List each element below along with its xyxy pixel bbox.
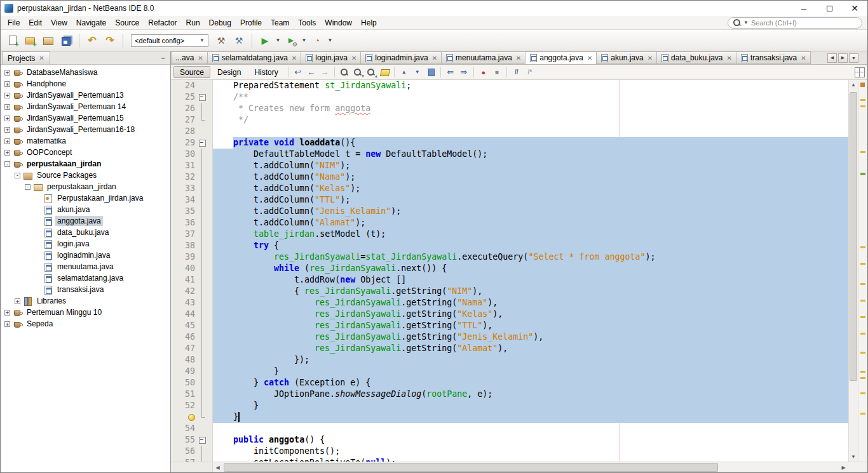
gutter-row[interactable]: 54 [171, 423, 212, 434]
tab-selamatdatang-java[interactable]: selamatdatang.java✕ [207, 51, 301, 64]
close-button[interactable]: ✕ [842, 1, 867, 16]
code-line-49[interactable]: } [213, 366, 848, 377]
new-file-button[interactable] [4, 32, 21, 49]
tree-item-transaksi-java[interactable]: transaksi.java [1, 284, 170, 295]
tree-item-pertemuan-minggu-10[interactable]: +Pertemuan Minggu 10 [1, 307, 170, 318]
line-number[interactable]: 34 [171, 194, 195, 206]
gutter-row[interactable]: 25 [171, 91, 212, 103]
error-stripe[interactable] [858, 80, 867, 462]
tree-item-jirdansyawali-pertemuan16-18[interactable]: +JirdanSyawali_Pertemuan16-18 [1, 124, 170, 135]
line-number[interactable]: 31 [171, 160, 195, 171]
close-tab-icon[interactable]: ✕ [727, 55, 732, 62]
gutter-row[interactable]: 45 [171, 320, 212, 331]
gutter-row[interactable]: 38 [171, 240, 212, 251]
gutter-row[interactable]: 31 [171, 160, 212, 171]
stripe-mark[interactable] [860, 105, 865, 107]
code-line-48[interactable]: }); [213, 354, 848, 366]
code-line-42[interactable]: { res_JirdanSyawali.getString("NIM"), [213, 286, 848, 297]
search-box[interactable]: ▼ Search (Ctrl+I) [728, 17, 862, 29]
menu-tools[interactable]: Tools [294, 17, 320, 29]
code-line-46[interactable]: res_JirdanSyawali.getString("Jenis_Kelam… [213, 331, 848, 343]
close-tab-icon[interactable]: ✕ [198, 55, 203, 62]
view-history-button[interactable]: History [248, 66, 284, 78]
code-line-37[interactable]: table_jirdan.setModel (t); [213, 229, 848, 240]
tree-item-selamatdatang-java[interactable]: selamatdatang.java [1, 272, 170, 284]
start-macro-button[interactable] [477, 66, 490, 79]
code-line-43[interactable]: res_JirdanSyawali.getString("Nama"), [213, 297, 848, 309]
code-line-34[interactable]: t.addColumn("TTL"); [213, 194, 848, 206]
tree-item-menuutama-java[interactable]: menuutama.java [1, 261, 170, 272]
line-number[interactable]: 39 [171, 251, 195, 263]
gutter-row[interactable]: 40 [171, 263, 212, 274]
gutter-row[interactable]: 41 [171, 274, 212, 286]
expand-handle-icon[interactable]: + [15, 298, 20, 304]
line-number[interactable]: 46 [171, 331, 195, 343]
scroll-right-icon[interactable]: ▶ [839, 462, 848, 472]
close-tab-icon[interactable]: ✕ [432, 55, 437, 62]
gutter-row[interactable]: 48 [171, 354, 212, 366]
tree-item-source-packages[interactable]: -Source Packages [1, 170, 170, 181]
previous-bookmark-button[interactable] [398, 66, 410, 79]
line-number[interactable]: 48 [171, 354, 195, 366]
stripe-mark[interactable] [860, 300, 865, 302]
code-line-24[interactable]: PreparedStatement st_JirdanSyawali; [213, 80, 848, 91]
tree-item-login-java[interactable]: login.java [1, 238, 170, 250]
line-number[interactable]: 25 [171, 91, 195, 103]
new-project-button[interactable] [22, 32, 39, 49]
menu-window[interactable]: Window [320, 17, 356, 29]
maximize-button[interactable] [817, 1, 842, 16]
expand-handle-icon[interactable]: + [4, 116, 10, 121]
code-line-28[interactable] [213, 126, 848, 137]
code-line-56[interactable]: initComponents(); [213, 446, 848, 457]
code-line-53[interactable]: } [213, 411, 848, 423]
gutter-row[interactable]: 57 [171, 457, 212, 462]
gutter-row[interactable]: 30 [171, 149, 212, 160]
expand-handle-icon[interactable]: + [4, 104, 10, 110]
stripe-mark[interactable] [860, 173, 865, 175]
next-bookmark-button[interactable] [411, 66, 424, 79]
gutter-row[interactable]: 51 [171, 389, 212, 400]
close-tab-icon[interactable]: ✕ [801, 55, 806, 62]
config-selector[interactable]: <default config>▼ [131, 34, 208, 47]
line-number[interactable]: 44 [171, 309, 195, 320]
shift-right-button[interactable] [458, 66, 470, 79]
tab-loginadmin-java[interactable]: loginadmin.java✕ [360, 51, 442, 64]
run-button[interactable] [257, 32, 273, 49]
code-line-41[interactable]: t.addRow(new Object [] [213, 274, 848, 286]
stripe-mark[interactable] [860, 413, 865, 415]
line-number[interactable]: 35 [171, 206, 195, 217]
expand-handle-icon[interactable]: + [4, 321, 10, 327]
tree-item-jirdansyawali-pertemuan13[interactable]: +JirdanSyawali_Pertemuan13 [1, 90, 170, 101]
tree-item-jirdansyawali-pertemuan-14[interactable]: +JirdanSyawali_Pertemuan 14 [1, 101, 170, 112]
code-line-33[interactable]: t.addColumn("Kelas"); [213, 183, 848, 194]
line-number[interactable]: 30 [171, 149, 195, 160]
horizontal-scroll-thumb[interactable] [224, 463, 718, 472]
menu-source[interactable]: Source [111, 17, 144, 29]
stripe-mark[interactable] [860, 283, 865, 285]
code-line-47[interactable]: res_JirdanSyawali.getString("Alamat"), [213, 343, 848, 354]
tree-item-anggota-java[interactable]: anggota.java [1, 215, 170, 227]
code-line-32[interactable]: t.addColumn("Nama"); [213, 171, 848, 183]
code-line-25[interactable]: /** [213, 91, 848, 103]
menu-help[interactable]: Help [356, 17, 381, 29]
vertical-scrollbar[interactable]: ▲ ▼ [848, 80, 858, 462]
scroll-left-icon[interactable]: ◀ [213, 462, 222, 472]
expand-handle-icon[interactable]: + [4, 70, 10, 76]
line-number[interactable]: 36 [171, 217, 195, 229]
code-line-50[interactable]: } catch (Exception e) { [213, 377, 848, 389]
vertical-scroll-thumb[interactable] [850, 92, 857, 381]
line-number[interactable]: 47 [171, 343, 195, 354]
gutter-row[interactable]: 36 [171, 217, 212, 229]
line-number[interactable]: 52 [171, 400, 195, 411]
code-line-39[interactable]: res_JirdanSyawali=stat_JirdanSyawali.exe… [213, 251, 848, 263]
menu-edit[interactable]: Edit [24, 17, 46, 29]
tab-login-java[interactable]: login.java✕ [301, 51, 361, 64]
tree-item-libraries[interactable]: +Libraries [1, 295, 170, 307]
view-source-button[interactable]: Source [173, 66, 210, 78]
expand-handle-icon[interactable]: - [15, 173, 20, 178]
stop-macro-button[interactable] [491, 66, 503, 79]
undo-button[interactable] [84, 32, 100, 49]
code-line-36[interactable]: t.addColumn("Alamat"); [213, 217, 848, 229]
menu-run[interactable]: Run [182, 17, 205, 29]
code-line-55[interactable]: public anggota() { [213, 434, 848, 446]
